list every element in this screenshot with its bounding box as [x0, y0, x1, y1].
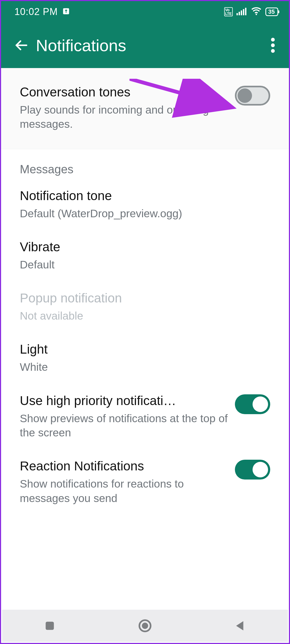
upload-icon: [62, 7, 70, 16]
setting-notification-tone[interactable]: Notification tone Default (WaterDrop_pre…: [1, 179, 289, 230]
svg-point-10: [271, 49, 275, 53]
section-header-messages: Messages: [1, 149, 289, 179]
wifi-icon: [251, 7, 262, 16]
settings-screen: Conversation tones Play sounds for incom…: [1, 68, 289, 515]
reaction-notifications-toggle[interactable]: [235, 460, 270, 480]
setting-text: Light White: [20, 341, 270, 374]
setting-text: Vibrate Default: [20, 239, 270, 272]
spacer: [1, 141, 289, 149]
status-time: 10:02 PM: [14, 6, 58, 17]
toggle-knob: [253, 396, 268, 412]
setting-title: Notification tone: [20, 188, 265, 204]
toggle-knob: [253, 462, 268, 477]
setting-popup-notification: Popup notification Not available: [1, 281, 289, 332]
setting-subtitle: Show notifications for reactions to mess…: [20, 477, 230, 506]
svg-rect-4: [243, 9, 244, 15]
setting-subtitle: Default (WaterDrop_preview.ogg): [20, 207, 265, 221]
overflow-menu-button[interactable]: [265, 38, 281, 53]
svg-marker-16: [236, 621, 243, 631]
nav-back-button[interactable]: [213, 620, 267, 632]
setting-subtitle: Not available: [20, 309, 265, 323]
status-right: VoLTE 35: [224, 7, 278, 16]
setting-text: Reaction Notifications Show notification…: [20, 458, 235, 506]
status-bar: 10:02 PM VoLTE 35: [1, 1, 289, 23]
setting-subtitle: Show previews of notifications at the to…: [20, 411, 230, 440]
svg-rect-3: [241, 10, 242, 15]
setting-text: Conversation tones Play sounds for incom…: [20, 84, 235, 132]
svg-point-8: [271, 38, 275, 42]
setting-subtitle: Play sounds for incoming and outgoing me…: [20, 103, 230, 132]
volte-icon: VoLTE: [224, 7, 233, 16]
setting-light[interactable]: Light White: [1, 332, 289, 383]
svg-rect-5: [245, 8, 246, 15]
setting-conversation-tones[interactable]: Conversation tones Play sounds for incom…: [1, 76, 289, 141]
navigation-bar: [2, 610, 288, 642]
back-button[interactable]: [12, 38, 30, 53]
svg-point-6: [255, 14, 257, 15]
nav-home-button[interactable]: [118, 618, 172, 633]
setting-subtitle: White: [20, 360, 265, 374]
signal-icon: [236, 7, 247, 16]
setting-subtitle: Default: [20, 258, 265, 272]
setting-title: Light: [20, 341, 265, 357]
toggle-knob: [238, 88, 252, 103]
setting-title: Vibrate: [20, 239, 265, 255]
svg-rect-1: [236, 13, 238, 15]
status-left: 10:02 PM: [14, 6, 70, 17]
setting-vibrate[interactable]: Vibrate Default: [1, 230, 289, 281]
high-priority-toggle[interactable]: [235, 394, 270, 414]
page-title: Notifications: [36, 36, 265, 55]
setting-title: Popup notification: [20, 290, 265, 306]
setting-text: Use high priority notificati… Show previ…: [20, 393, 235, 440]
setting-high-priority[interactable]: Use high priority notificati… Show previ…: [1, 384, 289, 449]
battery-icon: 35: [265, 8, 278, 16]
app-bar: Notifications: [1, 23, 289, 68]
setting-text: Notification tone Default (WaterDrop_pre…: [20, 188, 270, 221]
svg-rect-13: [46, 622, 54, 630]
conversation-tones-toggle[interactable]: [235, 86, 270, 106]
setting-title: Conversation tones: [20, 84, 230, 100]
spacer: [1, 68, 289, 76]
setting-title: Use high priority notificati…: [20, 393, 230, 409]
setting-title: Reaction Notifications: [20, 458, 230, 474]
svg-point-9: [271, 43, 275, 47]
setting-reaction-notifications[interactable]: Reaction Notifications Show notification…: [1, 449, 289, 515]
svg-rect-2: [239, 12, 240, 15]
nav-recents-button[interactable]: [23, 620, 77, 632]
setting-text: Popup notification Not available: [20, 290, 270, 323]
svg-point-15: [142, 623, 148, 629]
